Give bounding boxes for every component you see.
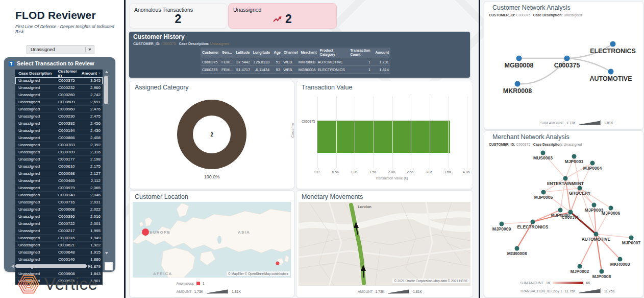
history-row[interactable]: C000375FEM...37.5442126.813353WEBMKR0008… [201, 58, 390, 66]
street-map[interactable]: London [299, 202, 470, 286]
anomalous-marker-seoul[interactable] [276, 262, 280, 265]
map-attribution: © 2021 Oracle Corporation Map data © 202… [392, 279, 469, 283]
scroll-left-icon[interactable] [11, 265, 14, 268]
transaction-row[interactable]: UnassignedC0002302,475 [15, 113, 103, 120]
network-node-MGB0008[interactable] [516, 56, 522, 61]
network-node-MJP0004[interactable] [590, 161, 595, 166]
transaction-row[interactable]: UnassignedC0001482,046 [15, 192, 103, 199]
network-node-MJP0006[interactable] [609, 206, 613, 211]
transaction-row[interactable]: UnassignedC0001772,198 [15, 156, 103, 163]
amount-cell: 2,175 [84, 164, 103, 169]
network-node-C000375[interactable] [564, 56, 570, 61]
history-column-header[interactable]: Product Category [318, 48, 349, 58]
history-column-header[interactable]: Channel [282, 48, 300, 58]
transaction-row[interactable]: UnassignedC0009792,065 [15, 185, 103, 192]
transaction-row[interactable]: UnassignedC0002171,995 [15, 227, 103, 235]
world-map[interactable]: EUROPE ASIA AFRICA [133, 202, 291, 278]
transaction-row[interactable]: UnassignedC0008662,408 [15, 134, 103, 142]
history-column-header[interactable]: Merchant [299, 48, 318, 58]
customer-id-cell: C000177 [58, 157, 84, 162]
network-node-MJP0001[interactable] [572, 154, 577, 159]
amount-cell: 2,016 [84, 214, 103, 219]
vertical-scrollbar[interactable] [104, 70, 109, 263]
transaction-row[interactable]: UnassignedC0000982,127 [15, 170, 103, 177]
transaction-row[interactable]: UnassignedC0007832,392 [15, 142, 103, 149]
column-header-customer-id[interactable]: Customer ID [58, 69, 84, 78]
network-node-MJP0000[interactable] [558, 208, 563, 213]
network-node-ELECTRONICS[interactable] [610, 41, 616, 47]
donut-slice-unassigned[interactable]: 2 [177, 100, 246, 169]
chevron-down-icon [86, 49, 94, 51]
network-node-label: MJP0007 [622, 240, 641, 245]
transaction-row[interactable]: UnassignedC0004652,112 [15, 177, 103, 185]
amount-cell: 1,995 [84, 228, 103, 233]
network-node-MJP0008[interactable] [600, 269, 604, 274]
transaction-id-legend: TRANSACTION_ID Copy 1 11.75K 11.75K [520, 288, 615, 293]
kpi-anomalous-transactions[interactable]: Anomalous Transactions 2 [129, 3, 227, 29]
scrollbar-thumb[interactable] [15, 264, 87, 268]
region-label-asia: ASIA [238, 230, 250, 235]
transaction-row[interactable]: UnassignedC0007092,316 [15, 149, 103, 156]
scroll-down-icon[interactable] [105, 252, 108, 255]
transaction-row[interactable]: UnassignedC0003922,456 [15, 120, 103, 127]
transaction-row[interactable]: UnassignedC0002602,742 [15, 91, 103, 99]
network-node-MJP0005[interactable] [541, 190, 546, 195]
scrollbar-thumb[interactable] [104, 76, 108, 104]
gridline [336, 97, 337, 168]
amount-cell: 3,545 [84, 78, 103, 83]
network-node-GROCERY[interactable] [578, 186, 582, 191]
network-node-MUS0003[interactable] [541, 151, 546, 155]
customer-network-title: Customer Network Analysis [492, 4, 571, 11]
filter-icon[interactable] [9, 61, 14, 66]
customer-id-cell: C000230 [58, 114, 84, 119]
customer-id-cell: C000148 [58, 193, 84, 197]
network-node-MGB0008[interactable] [515, 246, 519, 251]
transaction-row[interactable]: UnassignedC0006102,175 [15, 163, 103, 170]
history-column-header[interactable]: Gen... [220, 48, 234, 58]
transaction-row[interactable]: UnassignedC0003161,949 [15, 235, 103, 242]
transaction-row[interactable]: UnassignedC0003753,545 [15, 77, 103, 84]
network-node-MJP0002[interactable] [578, 264, 582, 269]
case-cell: Unassigned [15, 221, 58, 226]
anomalous-marker-london[interactable] [142, 228, 149, 236]
transaction-row[interactable]: UnassignedC0009602,476 [15, 106, 103, 113]
transaction-row[interactable]: UnassignedC0005092,691 [15, 99, 103, 106]
network-node-ELECTRONICS[interactable] [531, 220, 535, 224]
transaction-row[interactable]: UnassignedC0001942,430 [15, 127, 103, 134]
network-node-ENTERTAINMENT[interactable] [563, 176, 568, 181]
history-column-header[interactable]: Longitude [251, 48, 271, 58]
customer-id-cell: C000960 [58, 107, 84, 111]
network-node-MKR0008[interactable] [515, 81, 521, 87]
scroll-up-icon[interactable] [105, 71, 108, 73]
network-node-MKR0008[interactable] [618, 257, 623, 262]
case-filter-dropdown[interactable]: Unassigned [27, 45, 94, 54]
network-node-AUTOMOTIVE[interactable] [608, 69, 614, 75]
horizontal-scrollbar[interactable] [11, 263, 102, 269]
network-node-MJP0009[interactable] [500, 222, 504, 226]
history-column-header[interactable]: Age [271, 48, 282, 58]
network-node-AUTOMOTIVE[interactable] [594, 232, 599, 237]
column-header-amount[interactable]: Amount [84, 71, 103, 76]
kpi-unassigned[interactable]: Unassigned 2 [228, 3, 337, 29]
transaction-row[interactable]: UnassignedC0003962,016 [15, 213, 103, 220]
transaction-row[interactable]: UnassignedC0007222,001 [15, 220, 103, 227]
transaction-row[interactable]: UnassignedC0006211,922 [15, 242, 103, 249]
network-node-MJP0003[interactable] [592, 203, 597, 208]
scroll-right-icon[interactable] [88, 265, 91, 268]
network-node-MJP0007[interactable] [629, 236, 634, 240]
network-node-C000375[interactable] [568, 210, 573, 215]
transaction-row[interactable]: UnassignedC0007162,031 [15, 199, 103, 206]
transaction-row[interactable]: UnassignedC0002322,960 [15, 84, 103, 91]
transaction-row[interactable]: UnassignedC0001401,880 [15, 256, 103, 263]
history-column-header[interactable]: Customer [201, 48, 220, 58]
history-row[interactable]: C000375FEM...51.4717-0.1143453WEBMGB0008… [201, 66, 390, 74]
history-column-header[interactable]: Amount [373, 48, 390, 58]
merchant-network-graph: MUS0003MJP0001MJP0004ENTERTAINMENTGROCER… [484, 148, 642, 280]
column-header-case[interactable]: Case Description [15, 71, 58, 76]
amount-cell: 2,392 [84, 143, 103, 147]
transaction-row[interactable]: UnassignedC0006481,915 [15, 249, 103, 256]
history-column-header[interactable]: Transaction Count [349, 48, 373, 58]
customer-id-cell: C000979 [58, 186, 84, 190]
history-column-header[interactable]: Latitude [234, 48, 252, 58]
transaction-row[interactable]: UnassignedC0000082,022 [15, 206, 103, 213]
